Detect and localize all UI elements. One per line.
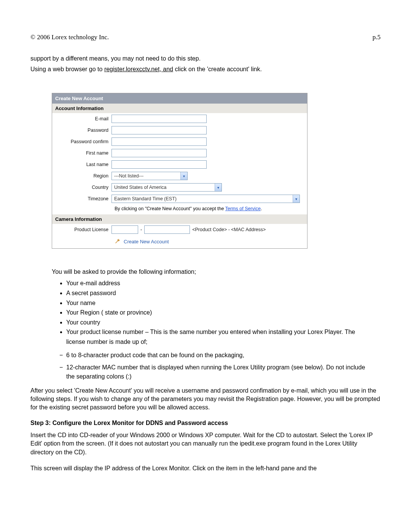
page-header: © 2006 Lorex technology Inc. p.5 xyxy=(30,34,381,41)
copyright-text: © 2006 Lorex technology Inc. xyxy=(30,34,109,41)
list-item: Your country xyxy=(66,318,373,328)
page-number: p.5 xyxy=(373,34,381,41)
create-account-form: Create New Account Account Information E… xyxy=(52,93,307,249)
info-bullets: Your e-mail address A secret password Yo… xyxy=(66,278,373,347)
tos-text: By clicking on "Create New Account" you … xyxy=(52,204,307,214)
label-last-name: Last name xyxy=(54,162,112,167)
country-select[interactable]: United States of America ▾ xyxy=(112,183,222,192)
form-title-bar: Create New Account xyxy=(52,93,307,104)
terms-of-service-link[interactable]: Terms of Service xyxy=(225,206,261,211)
label-email: E-mail xyxy=(54,116,112,121)
list-item: Your e-mail address xyxy=(66,278,373,288)
create-new-account-link[interactable]: Create New Account xyxy=(124,239,169,244)
intro-block: support by a different means, you may no… xyxy=(30,54,381,74)
list-item: Your Region ( state or province) xyxy=(66,308,373,318)
provide-intro: You will be asked to provide the followi… xyxy=(52,268,373,276)
list-item: 12-character MAC number that is displaye… xyxy=(59,363,373,381)
after-para: After you select 'Create New Account' yo… xyxy=(30,387,381,412)
list-item: Your name xyxy=(66,298,373,308)
step-3-heading: Step 3: Configure the Lorex Monitor for … xyxy=(30,420,381,427)
chevron-down-icon: ▾ xyxy=(215,184,221,191)
first-name-field[interactable] xyxy=(112,149,207,157)
step-3-p1: Insert the CD into CD-reader of your Win… xyxy=(30,431,381,457)
step-3-p2: This screen will display the IP address … xyxy=(30,464,381,473)
label-country: Country xyxy=(54,185,112,190)
chevron-down-icon: ▾ xyxy=(293,195,299,203)
email-field[interactable] xyxy=(112,115,207,123)
label-password-confirm: Password confirm xyxy=(54,139,112,144)
label-first-name: First name xyxy=(54,150,112,156)
region-select[interactable]: ---Not listed--- ▾ xyxy=(112,172,188,180)
label-product-license: Product License xyxy=(54,227,112,232)
section-account-info: Account Information xyxy=(52,104,307,113)
intro-line-2: Using a web browser go to register.lorex… xyxy=(30,65,381,74)
label-region: Region xyxy=(54,173,112,179)
timezone-select[interactable]: Eastern Standard Time (EST) ▾ xyxy=(112,195,300,203)
wrench-icon xyxy=(115,238,121,244)
password-field[interactable] xyxy=(112,126,207,134)
section-camera-info: Camera Information xyxy=(52,214,307,224)
label-timezone: Timezone xyxy=(54,196,112,201)
license-dash: - xyxy=(140,227,142,232)
list-item: A secret password xyxy=(66,288,373,298)
intro-line-1: support by a different means, you may no… xyxy=(30,54,381,63)
sub-dashes: 6 to 8-character product code that can b… xyxy=(59,351,373,381)
list-item: Your product license number – This is th… xyxy=(66,327,373,347)
license-hint: <Product Code> - <MAC Address> xyxy=(192,227,266,232)
label-password: Password xyxy=(54,128,112,133)
product-code-field[interactable] xyxy=(112,225,138,234)
list-item: 6 to 8-character product code that can b… xyxy=(59,351,373,360)
last-name-field[interactable] xyxy=(112,160,207,169)
chevron-down-icon: ▾ xyxy=(180,172,187,180)
mac-address-field[interactable] xyxy=(144,225,190,234)
password-confirm-field[interactable] xyxy=(112,137,207,146)
register-link[interactable]: register.lorexcctv.net, and xyxy=(104,66,173,72)
explain-block: You will be asked to provide the followi… xyxy=(52,268,373,381)
